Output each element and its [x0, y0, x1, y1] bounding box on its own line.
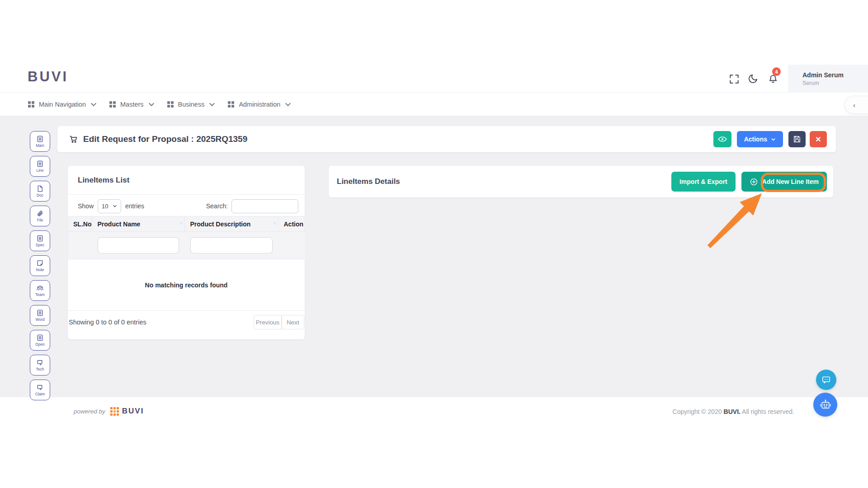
- add-new-line-item-label: Add New Line Item: [762, 178, 819, 185]
- chevron-down-icon: [208, 101, 216, 108]
- nav-item-label: Main Navigation: [39, 101, 86, 108]
- chevron-down-icon: [771, 137, 776, 142]
- save-floppy-icon: [793, 135, 801, 143]
- column-header-product-description[interactable]: Product Description↑↓: [184, 216, 278, 232]
- entries-label: entries: [125, 202, 144, 210]
- lineitems-details-title: LineItems Details: [337, 177, 400, 186]
- page-title-bar: Edit Request for Proposal : 2025RQ1359 A…: [57, 126, 836, 152]
- sidebar-item-label: Main: [36, 143, 44, 148]
- product-description-filter-input[interactable]: [190, 237, 273, 253]
- sidebar-item-label: Spec: [36, 243, 44, 247]
- main-navbar: Main Navigation Masters Business Adminis…: [0, 93, 868, 116]
- import-export-label: Import & Export: [679, 178, 727, 185]
- sidebar-item-label: Doc: [37, 193, 43, 197]
- document-lines-icon: [36, 309, 44, 317]
- search-input[interactable]: [231, 199, 298, 213]
- brand-logo[interactable]: BUVI: [28, 69, 68, 85]
- column-header-product-name[interactable]: Product Name↑↓: [92, 216, 184, 232]
- user-role: Serum: [802, 80, 868, 86]
- nav-item-main-navigation[interactable]: Main Navigation: [28, 101, 97, 108]
- sidebar-item-word[interactable]: Word: [30, 305, 50, 326]
- filter-cell-action: [278, 232, 305, 259]
- navbar-collapse-button[interactable]: ‹: [844, 96, 868, 114]
- sidebar-item-file[interactable]: File: [30, 206, 50, 226]
- quick-sidebar: Main Line Doc File Spec Note: [30, 131, 50, 400]
- sidebar-item-label: Line: [36, 168, 43, 173]
- sidebar-item-note[interactable]: Note: [30, 255, 50, 276]
- sidebar-item-doc[interactable]: Doc: [30, 181, 50, 202]
- chat-bubble-icon: [821, 375, 831, 385]
- footer-powered-by: powered by BUVI: [74, 407, 144, 416]
- sort-icon: ↑↓: [179, 221, 182, 225]
- sidebar-item-tech[interactable]: Tech: [30, 355, 50, 375]
- import-export-button[interactable]: Import & Export: [671, 172, 736, 192]
- nav-item-administration[interactable]: Administration: [227, 101, 292, 108]
- page-size-value: 10: [102, 203, 108, 210]
- document-lines-icon: [36, 235, 44, 242]
- save-button[interactable]: [788, 131, 806, 147]
- product-name-filter-input[interactable]: [98, 237, 179, 253]
- dark-mode-moon-icon[interactable]: [747, 73, 759, 84]
- close-button[interactable]: ✕: [810, 131, 827, 147]
- close-x-icon: ✕: [815, 135, 821, 144]
- cart-icon: [69, 134, 79, 144]
- app-root: BUVI 4 Admin Serum Serum Main Naviga: [0, 0, 868, 488]
- nav-item-business[interactable]: Business: [167, 101, 216, 108]
- nav-item-label: Masters: [120, 101, 144, 108]
- user-name: Admin Serum: [802, 71, 868, 79]
- table-summary: Showing 0 to 0 of 0 entries: [69, 319, 146, 326]
- sidebar-item-main[interactable]: Main: [30, 131, 50, 152]
- empty-table-message: No matching records found: [68, 259, 305, 311]
- sidebar-item-spec[interactable]: Spec: [30, 230, 50, 251]
- fullscreen-icon[interactable]: [728, 73, 740, 85]
- page-title: Edit Request for Proposal : 2025RQ1359: [83, 134, 247, 144]
- lineitems-list-panel: LineItems List Show 10 entries Search: S…: [68, 166, 305, 339]
- chat-icon: [36, 384, 44, 391]
- show-label: Show: [78, 202, 94, 210]
- filter-cell-product-name: [92, 232, 184, 259]
- grid-icon: [28, 101, 35, 108]
- grid-icon: [167, 101, 174, 108]
- paperclip-icon: [36, 210, 44, 217]
- sort-icon: ↓: [89, 226, 91, 231]
- bot-assistant-fab-button[interactable]: [813, 393, 837, 417]
- top-header: BUVI 4 Admin Serum Serum: [0, 0, 868, 93]
- team-icon: [36, 284, 44, 292]
- sidebar-item-label: Word: [35, 317, 44, 322]
- user-menu[interactable]: Admin Serum Serum: [788, 65, 868, 93]
- document-lines-icon: [36, 135, 44, 143]
- content-area: Main Line Doc File Spec Note: [0, 116, 868, 397]
- add-new-line-item-button[interactable]: Add New Line Item: [741, 172, 827, 192]
- next-page-button[interactable]: Next: [282, 315, 304, 329]
- column-header-slno[interactable]: SL.No↓: [68, 216, 92, 232]
- lineitems-list-title: LineItems List: [78, 176, 129, 185]
- search-label: Search:: [206, 202, 228, 210]
- lineitems-details-panel: LineItems Details Import & Export Add Ne…: [329, 166, 833, 197]
- annotation-arrow: [704, 189, 765, 252]
- footer-brand: BUVI: [122, 407, 144, 416]
- actions-dropdown-button[interactable]: Actions: [737, 131, 783, 147]
- nav-item-label: Administration: [239, 101, 280, 108]
- chat-fab-button[interactable]: [816, 370, 836, 390]
- eye-icon: [717, 134, 727, 144]
- sidebar-item-claim[interactable]: Claim: [30, 380, 50, 400]
- document-lines-icon: [36, 160, 44, 168]
- nav-item-masters[interactable]: Masters: [109, 101, 155, 108]
- sidebar-item-line[interactable]: Line: [30, 156, 50, 177]
- page-size-select[interactable]: 10: [98, 199, 121, 213]
- actions-label: Actions: [744, 136, 767, 143]
- sidebar-item-label: Tech: [36, 367, 44, 371]
- sidebar-item-team[interactable]: Team: [30, 280, 50, 301]
- lineitems-table: SL.No↓ Product Name↑↓ Product Descriptio…: [68, 216, 305, 311]
- footer-copyright: Copyright © 2020 BUVI. All rights reserv…: [673, 408, 794, 415]
- chevron-down-icon: [90, 101, 97, 108]
- pagination: Previous Next: [254, 315, 304, 329]
- notification-count-badge: 4: [772, 67, 781, 76]
- previous-page-button[interactable]: Previous: [254, 315, 282, 329]
- sort-icon: ↑↓: [273, 221, 276, 225]
- sidebar-item-open[interactable]: Open: [30, 330, 50, 351]
- view-button[interactable]: [713, 131, 731, 147]
- chevron-down-icon: [284, 101, 292, 108]
- buvi-dotgrid-icon: [110, 407, 119, 416]
- robot-icon: [819, 398, 832, 412]
